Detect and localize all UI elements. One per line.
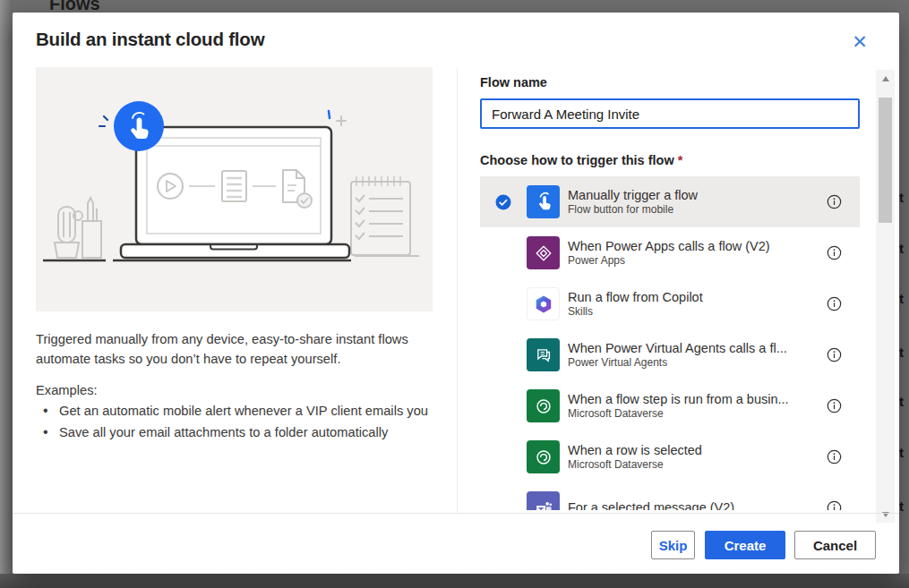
- manual-trigger-icon: [527, 185, 560, 218]
- page-bottom-edge: [0, 574, 909, 588]
- trigger-text: When Power Virtual Agents calls a fl...P…: [568, 341, 827, 369]
- info-icon[interactable]: [827, 449, 842, 464]
- trigger-section-label: Choose how to trigger this flow *: [480, 153, 682, 167]
- info-icon[interactable]: [827, 194, 842, 209]
- background-text-fragment: t: [899, 190, 909, 205]
- background-text-fragment: t: [899, 345, 909, 360]
- trigger-title: Run a flow from Copilot: [568, 290, 827, 304]
- teams-message-icon: [527, 491, 560, 510]
- skip-button[interactable]: Skip: [651, 531, 695, 559]
- flow-name-input[interactable]: [480, 98, 860, 129]
- trigger-subtitle: Power Virtual Agents: [568, 356, 827, 369]
- info-icon[interactable]: [827, 296, 842, 311]
- background-text-fragment: t: [899, 241, 909, 256]
- close-icon[interactable]: ✕: [845, 27, 874, 55]
- trigger-row[interactable]: Run a flow from CopilotSkills: [480, 278, 860, 329]
- trigger-list: Manually trigger a flowFlow button for m…: [480, 176, 860, 510]
- dialog-title: Build an instant cloud flow: [36, 29, 264, 50]
- background-text-fragment: t: [899, 394, 909, 409]
- info-icon[interactable]: [827, 245, 842, 260]
- scroll-down-icon[interactable]: [876, 507, 895, 521]
- trigger-row[interactable]: When Power Apps calls a flow (V2)Power A…: [480, 227, 860, 278]
- info-icon[interactable]: [827, 500, 842, 510]
- build-instant-cloud-flow-dialog: Build an instant cloud flow ✕: [13, 13, 899, 574]
- trigger-title: For a selected message (V2): [568, 500, 827, 510]
- power-virtual-agents-icon: [527, 338, 560, 371]
- instant-flow-illustration: [36, 67, 433, 311]
- info-icon[interactable]: [827, 398, 842, 413]
- trigger-subtitle: Microsoft Dataverse: [568, 458, 827, 471]
- background-text-fragment: t: [899, 445, 909, 460]
- trigger-title: Manually trigger a flow: [568, 188, 827, 202]
- trigger-text: For a selected message (V2): [568, 500, 827, 510]
- flow-name-label: Flow name: [480, 75, 547, 89]
- panel-divider: [457, 67, 458, 513]
- trigger-title: When Power Apps calls a flow (V2): [568, 239, 827, 253]
- example-item: Save all your email attachments to a fol…: [39, 423, 433, 443]
- scroll-up-icon[interactable]: [876, 72, 895, 85]
- trigger-subtitle: Skills: [568, 305, 827, 318]
- trigger-title: When Power Virtual Agents calls a fl...: [568, 341, 827, 355]
- cancel-button[interactable]: Cancel: [794, 531, 876, 559]
- examples-heading: Examples:: [36, 383, 98, 397]
- page-left-edge: [0, 0, 13, 588]
- trigger-row[interactable]: When a flow step is run from a busin...M…: [480, 380, 860, 431]
- create-button[interactable]: Create: [705, 531, 785, 559]
- trigger-title: When a row is selected: [568, 443, 827, 457]
- dataverse-icon: [527, 389, 560, 422]
- copilot-icon: [527, 287, 560, 320]
- trigger-row[interactable]: When Power Virtual Agents calls a fl...P…: [480, 329, 860, 380]
- required-marker: *: [678, 153, 683, 167]
- trigger-text: When Power Apps calls a flow (V2)Power A…: [568, 239, 827, 267]
- background-text-fragment: t: [899, 499, 909, 514]
- trigger-subtitle: Microsoft Dataverse: [568, 407, 827, 420]
- trigger-description: Triggered manually from any device, easy…: [36, 330, 441, 369]
- footer-divider: [13, 513, 899, 514]
- examples-list: Get an automatic mobile alert whenever a…: [39, 402, 433, 444]
- scrollbar-thumb[interactable]: [879, 98, 892, 223]
- selected-check-icon: [480, 194, 527, 210]
- trigger-subtitle: Flow button for mobile: [568, 203, 827, 216]
- trigger-title: When a flow step is run from a busin...: [568, 392, 827, 406]
- trigger-row[interactable]: Manually trigger a flowFlow button for m…: [480, 176, 860, 227]
- power-apps-icon: [527, 236, 560, 269]
- right-pane-scrollbar[interactable]: [876, 70, 895, 523]
- trigger-row[interactable]: For a selected message (V2): [480, 482, 860, 510]
- info-icon[interactable]: [827, 347, 842, 362]
- background-text-fragment: t: [899, 291, 909, 306]
- example-item: Get an automatic mobile alert whenever a…: [39, 402, 433, 422]
- trigger-text: Manually trigger a flowFlow button for m…: [568, 188, 827, 216]
- dataverse-icon: [527, 440, 560, 473]
- trigger-text: Run a flow from CopilotSkills: [568, 290, 827, 318]
- trigger-subtitle: Power Apps: [568, 254, 827, 267]
- trigger-row[interactable]: When a row is selectedMicrosoft Datavers…: [480, 431, 860, 482]
- trigger-text: When a flow step is run from a busin...M…: [568, 392, 827, 420]
- trigger-text: When a row is selectedMicrosoft Datavers…: [568, 443, 827, 471]
